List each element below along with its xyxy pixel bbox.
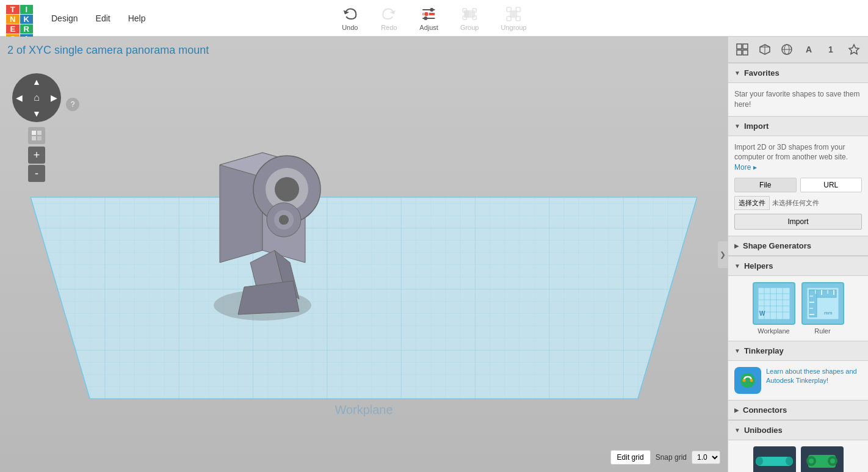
cube-icon [759,43,771,56]
svg-point-86 [830,459,835,463]
svg-text:A: A [806,45,812,54]
panel-icon-font[interactable]: A [800,40,819,59]
helper-ruler[interactable]: mm Ruler [801,282,844,335]
bottom-controls: Edit grid Snap grid 1.0 0.5 0.1 2.0 [610,450,720,465]
panel-icon-grid[interactable] [733,40,751,59]
nav-design[interactable]: Design [44,10,85,27]
favorites-arrow: ▼ [734,70,740,76]
helper-ruler-label: Ruler [814,327,830,335]
import-header[interactable]: ▼ Import [728,116,868,136]
helpers-arrow: ▼ [734,263,740,269]
nav-help[interactable]: Help [121,10,153,27]
connectors-header[interactable]: ▶ Connectors [728,400,868,420]
svg-rect-20 [37,136,42,140]
nav-control[interactable]: ▲ ▼ ◀ ▶ ⌂ + [12,73,61,182]
help-button[interactable]: ? [66,98,79,111]
import-arrow: ▼ [734,123,740,129]
import-url-tab[interactable]: URL [800,178,863,192]
connectors-arrow: ▶ [734,407,739,413]
nav-down-arrow[interactable]: ▼ [32,109,41,118]
panel-icon-cube[interactable] [756,40,774,59]
svg-point-34 [275,177,299,202]
unibody-thumb-2 [801,446,844,472]
svg-point-1 [424,12,429,16]
tinkerplay-title: Tinkerplay [744,346,784,355]
canvas-3d[interactable]: 2 of XYC single camera panorama mount ? … [0,37,728,472]
logo-k: K [20,15,34,24]
svg-rect-43 [737,50,742,55]
view-toggle-icon [31,129,43,142]
tinkerplay-header[interactable]: ▼ Tinkerplay [728,341,868,361]
logo-e: E [6,24,20,34]
svg-rect-7 [469,10,475,18]
zoom-in-button[interactable]: + [28,147,45,164]
nav-edit[interactable]: Edit [89,10,118,27]
svg-text:1: 1 [828,45,833,54]
helper-workplane-label: Workplane [758,327,789,335]
shape-generators-title: Shape Generators [743,241,811,250]
logo-i: I [20,5,34,14]
toolbar-center: Undo Redo Adjust [336,3,531,34]
favorites-header[interactable]: ▼ Favorites [728,63,868,83]
unibodies-content [728,440,868,472]
favorites-content: Star your favorite shapes to save them h… [728,83,868,116]
favorites-text: Star your favorite shapes to save them h… [734,89,862,110]
tinkerplay-content: Learn about these shapes and Autodesk Ti… [728,361,868,400]
svg-marker-40 [238,281,299,314]
unibody-item-1[interactable] [753,446,796,472]
nav-home-icon[interactable]: ⌂ [34,92,40,103]
svg-point-77 [743,379,746,382]
snap-grid-select[interactable]: 1.0 0.5 0.1 2.0 [692,451,720,464]
number-icon: 1 [825,43,837,56]
unibody-item-2[interactable] [801,446,844,472]
helpers-content: W Workplane [728,276,868,341]
svg-rect-44 [743,50,748,55]
main-area: 2 of XYC single camera panorama mount ? … [0,37,868,472]
undo-button[interactable]: Undo [336,3,363,34]
svg-point-85 [809,459,814,463]
nav-disc[interactable]: ▲ ▼ ◀ ▶ ⌂ [12,73,61,122]
tinkerplay-icon [734,367,761,394]
tinkercad-logo[interactable]: T I N K E R C A [6,5,33,32]
edit-grid-button[interactable]: Edit grid [610,450,651,465]
workplane-thumb: W [753,282,795,325]
choose-file-button[interactable]: 选择文件 [734,196,770,210]
group-button[interactable]: Group [455,3,484,34]
nav-menu: Design Edit Help [44,10,153,27]
helpers-title: Helpers [744,261,773,270]
topbar: T I N K E R C A Design Edit Help Undo Re… [0,0,868,37]
import-more-link[interactable]: More ▸ [734,163,757,172]
ruler-thumb: mm [801,282,844,325]
redo-label: Redo [381,24,397,31]
helpers-header[interactable]: ▼ Helpers [728,256,868,276]
redo-button[interactable]: Redo [375,3,402,34]
star-icon [848,43,860,56]
ungroup-button[interactable]: Ungroup [496,3,531,34]
adjust-button[interactable]: Adjust [414,3,443,34]
panel-icon-star[interactable] [845,40,863,59]
panel-collapse-button[interactable]: ❯ [718,241,728,268]
shape-generators-header[interactable]: ▶ Shape Generators [728,236,868,256]
view-toggle-button[interactable] [28,127,45,144]
unibodies-arrow: ▼ [734,427,740,434]
nav-right-arrow[interactable]: ▶ [51,93,57,103]
panel-icon-number[interactable]: 1 [822,40,841,59]
import-file-tab[interactable]: File [734,178,797,192]
import-text: Import 2D or 3D shapes from your compute… [734,142,862,173]
logo-r: R [20,24,34,34]
import-do-button[interactable]: Import [734,214,862,230]
unibodies-header[interactable]: ▼ Unibodies [728,420,868,440]
svg-rect-19 [32,136,36,140]
nav-up-arrow[interactable]: ▲ [32,77,41,87]
helper-workplane[interactable]: W Workplane [753,282,795,335]
viewport-area[interactable]: 2 of XYC single camera panorama mount ? … [0,37,728,472]
logo-t: T [6,5,20,14]
svg-point-81 [786,457,793,465]
svg-rect-17 [32,131,36,135]
panel-icon-globe[interactable] [778,40,796,59]
nav-left-arrow[interactable]: ◀ [16,93,23,103]
ungroup-label: Ungroup [501,24,526,31]
svg-point-37 [279,215,289,225]
tinkerplay-text[interactable]: Learn about these shapes and Autodesk Ti… [766,367,862,386]
panel-icon-row: A 1 [728,37,868,63]
